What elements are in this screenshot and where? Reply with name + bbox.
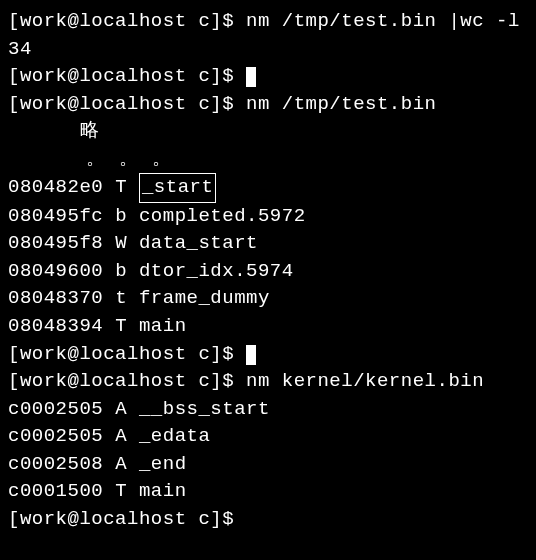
symbol-name: data_start [139,232,258,254]
symbol-type: b [115,260,127,282]
shell-prompt: [work@localhost c]$ [8,370,246,392]
ellipsis-dots: 。。。 [86,146,528,174]
symbol-address: 080495fc [8,205,103,227]
terminal-line: [work@localhost c]$ nm /tmp/test.bin [8,91,528,119]
command-text: nm kernel/kernel.bin [246,370,484,392]
symbol-name: __bss_start [139,398,270,420]
symbol-name: _edata [139,425,210,447]
shell-prompt: [work@localhost c]$ [8,343,246,365]
symbol-type: W [115,232,127,254]
output-line: 34 [8,36,528,64]
symbol-type: A [115,398,127,420]
symbol-name: frame_dummy [139,287,270,309]
command-text: nm /tmp/test.bin [246,93,436,115]
symbol-address: 080495f8 [8,232,103,254]
nm-output-row: c0002505 A __bss_start [8,396,528,424]
nm-output-row: 08048394 T main [8,313,528,341]
command-text: nm /tmp/test.bin |wc -l [246,10,520,32]
nm-output-row: c0001500 T main [8,478,528,506]
symbol-address: 080482e0 [8,176,103,198]
cursor-block[interactable] [246,345,256,365]
nm-output-row: c0002505 A _edata [8,423,528,451]
symbol-address: c0002505 [8,425,103,447]
symbol-name: _start [139,173,216,203]
omitted-label: 略 [80,118,528,146]
symbol-type: T [115,480,127,502]
nm-output-row: 08048370 t frame_dummy [8,285,528,313]
symbol-address: 08048394 [8,315,103,337]
terminal-line: [work@localhost c]$ [8,63,528,91]
nm-output-row: 08049600 b dtor_idx.5974 [8,258,528,286]
symbol-name: main [139,480,187,502]
symbol-address: c0002505 [8,398,103,420]
symbol-address: c0001500 [8,480,103,502]
symbol-type: A [115,453,127,475]
shell-prompt: [work@localhost c]$ [8,508,246,530]
symbol-address: c0002508 [8,453,103,475]
nm-output-row: c0002508 A _end [8,451,528,479]
nm-output-row: 080495f8 W data_start [8,230,528,258]
shell-prompt: [work@localhost c]$ [8,93,246,115]
symbol-name: main [139,315,187,337]
symbol-name: dtor_idx.5974 [139,260,294,282]
symbol-address: 08049600 [8,260,103,282]
symbol-type: t [115,287,127,309]
shell-prompt: [work@localhost c]$ [8,10,246,32]
terminal-line: [work@localhost c]$ [8,506,528,534]
symbol-type: T [115,176,127,198]
nm-output-row: 080482e0 T _start [8,173,528,203]
symbol-type: A [115,425,127,447]
symbol-address: 08048370 [8,287,103,309]
shell-prompt: [work@localhost c]$ [8,65,246,87]
nm-output-row: 080495fc b completed.5972 [8,203,528,231]
terminal-line: [work@localhost c]$ [8,341,528,369]
symbol-name: completed.5972 [139,205,306,227]
symbol-name: _end [139,453,187,475]
terminal-line: [work@localhost c]$ nm kernel/kernel.bin [8,368,528,396]
terminal-line: [work@localhost c]$ nm /tmp/test.bin |wc… [8,8,528,36]
symbol-type: b [115,205,127,227]
symbol-type: T [115,315,127,337]
cursor-block[interactable] [246,67,256,87]
